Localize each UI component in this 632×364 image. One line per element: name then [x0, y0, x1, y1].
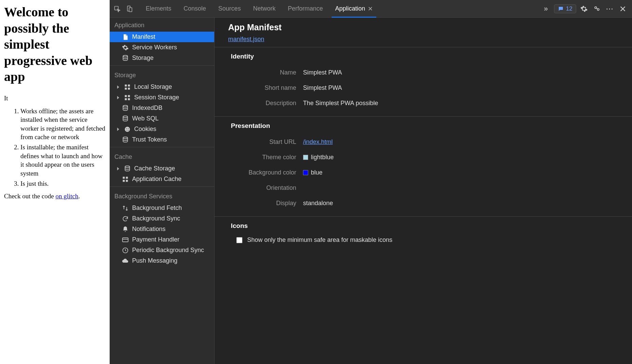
manifest-file-link[interactable]: manifest.json — [228, 36, 264, 43]
sidebar-item-web-sql[interactable]: Web SQL — [110, 113, 214, 124]
inspect-element-button[interactable] — [112, 3, 123, 14]
short-name-value: Simplest PWA — [303, 84, 342, 92]
sidebar-item-cache-storage[interactable]: Cache Storage — [110, 163, 214, 174]
sidebar-item-trust-tokens[interactable]: Trust Tokens — [110, 134, 214, 145]
active-tab-underline — [332, 17, 376, 18]
presentation-section: Presentation Start URL /index.html Theme… — [215, 116, 632, 216]
message-icon — [558, 6, 564, 12]
sidebar-section-cache: Cache — [110, 149, 214, 163]
sidebar-item-periodic-sync[interactable]: Periodic Background Sync — [110, 245, 214, 255]
sidebar-item-notifications[interactable]: Notifications — [110, 224, 214, 234]
svg-point-3 — [595, 6, 597, 8]
gear-icon — [122, 44, 129, 51]
sidebar-item-payment-handler[interactable]: Payment Handler — [110, 234, 214, 245]
svg-rect-11 — [128, 95, 130, 97]
devtools-tab-bar: Elements Console Sources Network Perform… — [110, 0, 632, 18]
list-item: Works offline; the assets are installed … — [20, 107, 106, 142]
database-icon — [122, 105, 129, 112]
sidebar-section-application: Application — [110, 18, 214, 32]
database-icon — [124, 165, 131, 172]
caret-right-icon — [117, 85, 119, 89]
close-devtools-button[interactable] — [618, 4, 628, 14]
manifest-detail-panel: App Manifest manifest.json Identity Name… — [215, 18, 632, 364]
svg-rect-2 — [129, 7, 132, 12]
cookie-icon — [124, 126, 131, 133]
database-icon — [122, 136, 129, 143]
svg-point-14 — [123, 105, 127, 107]
device-toolbar-button[interactable] — [124, 3, 135, 14]
sidebar-item-application-cache[interactable]: Application Cache — [110, 174, 214, 184]
svg-rect-7 — [128, 84, 130, 86]
sync-icon — [122, 215, 129, 222]
maskable-safe-area-checkbox[interactable] — [236, 237, 242, 243]
icons-section: Icons Show only the minimum safe area fo… — [215, 216, 632, 251]
display-label: Display — [215, 200, 303, 207]
more-options-button[interactable]: ⋯ — [605, 4, 615, 14]
sidebar-item-manifest[interactable]: Manifest — [110, 32, 214, 42]
description-label: Description — [215, 100, 303, 107]
close-icon — [619, 5, 627, 13]
grid-icon — [124, 84, 131, 90]
card-icon — [122, 236, 129, 243]
name-value: Simplest PWA — [303, 69, 342, 76]
tab-performance[interactable]: Performance — [282, 0, 329, 18]
clock-icon — [122, 247, 129, 254]
presentation-section-title: Presentation — [215, 122, 632, 134]
sidebar-section-storage: Storage — [110, 68, 214, 82]
overflow-tabs-button[interactable]: » — [540, 3, 551, 14]
database-icon — [122, 115, 129, 122]
svg-rect-6 — [125, 84, 127, 86]
caret-right-icon — [117, 128, 119, 131]
svg-point-19 — [126, 130, 127, 130]
svg-rect-25 — [123, 180, 125, 182]
sidebar-item-background-sync[interactable]: Background Sync — [110, 213, 214, 224]
svg-rect-24 — [126, 177, 128, 179]
bell-icon — [122, 226, 129, 233]
database-icon — [122, 55, 129, 62]
settings-button[interactable] — [579, 4, 589, 14]
list-item: Is installable; the manifest defines wha… — [20, 143, 106, 178]
caret-right-icon — [117, 167, 119, 170]
close-icon[interactable]: ✕ — [368, 5, 373, 13]
svg-point-15 — [123, 116, 127, 117]
background-color-value: blue — [311, 169, 322, 176]
sidebar-item-indexeddb[interactable]: IndexedDB — [110, 103, 214, 113]
svg-point-18 — [128, 128, 128, 129]
tab-network[interactable]: Network — [247, 0, 282, 18]
tab-elements[interactable]: Elements — [140, 0, 177, 18]
theme-color-swatch — [303, 155, 308, 160]
start-url-link[interactable]: /index.html — [303, 138, 333, 146]
whats-new-button[interactable] — [592, 4, 602, 14]
grid-icon — [122, 176, 129, 183]
icons-section-title: Icons — [215, 222, 632, 234]
glitch-link[interactable]: on glitch — [56, 193, 78, 200]
short-name-label: Short name — [215, 84, 303, 92]
sidebar-item-service-workers[interactable]: Service Workers — [110, 42, 214, 53]
caret-right-icon — [117, 96, 119, 99]
svg-rect-26 — [126, 180, 128, 182]
orientation-label: Orientation — [215, 184, 303, 192]
sidebar-item-session-storage[interactable]: Session Storage — [110, 92, 214, 103]
maskable-checkbox-label: Show only the minimum safe area for mask… — [247, 236, 392, 244]
issues-button[interactable]: 12 — [554, 4, 576, 13]
svg-rect-9 — [128, 87, 130, 89]
page-heading: Welcome to possibly the simplest progres… — [4, 4, 106, 85]
sidebar-item-push-messaging[interactable]: Push Messaging — [110, 255, 214, 266]
application-sidebar: Application Manifest Service Workers Sto… — [110, 18, 215, 364]
display-value: standalone — [303, 200, 333, 207]
tab-sources[interactable]: Sources — [212, 0, 247, 18]
theme-color-label: Theme color — [215, 154, 303, 161]
issues-count: 12 — [566, 5, 572, 12]
tab-application[interactable]: Application ✕ — [329, 0, 379, 18]
tab-console[interactable]: Console — [177, 0, 212, 18]
svg-point-22 — [125, 166, 129, 167]
svg-rect-12 — [125, 98, 127, 100]
sidebar-item-background-fetch[interactable]: Background Fetch — [110, 203, 214, 213]
sidebar-item-cookies[interactable]: Cookies — [110, 124, 214, 134]
sidebar-item-local-storage[interactable]: Local Storage — [110, 82, 214, 92]
svg-point-20 — [128, 130, 128, 131]
page-outro: Check out the code on glitch. — [4, 193, 106, 200]
sidebar-item-app-storage[interactable]: Storage — [110, 53, 214, 63]
devtools-panel: Elements Console Sources Network Perform… — [110, 0, 632, 364]
grid-icon — [124, 94, 131, 101]
